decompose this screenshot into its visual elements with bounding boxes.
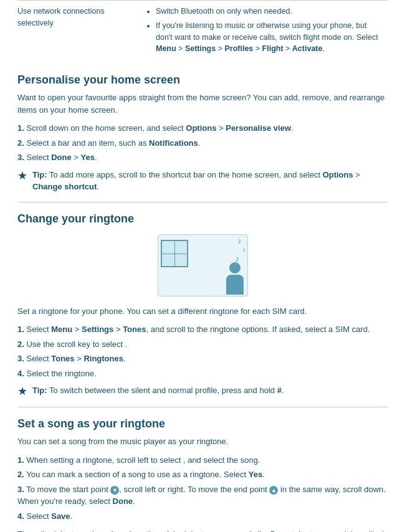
up-arrow-icon: ▲ (269, 486, 278, 495)
bullet2-period: . (322, 44, 324, 53)
ringtone-step-3: 3. Select Tones > Ringtones. (17, 353, 388, 365)
bullet-2: If you're listening to music or otherwis… (156, 20, 384, 55)
s-yes: Yes (249, 470, 262, 479)
s-step3-mid: , scroll left or right. To move the end … (119, 485, 269, 494)
divider-2 (17, 407, 388, 407)
rt-tones2: Tones (51, 354, 74, 363)
bullet2-flight: Flight (262, 44, 284, 53)
rt-step4-num: 4. (17, 369, 24, 378)
step2-before: Select a bar and an item, such as (26, 138, 149, 148)
bullet2-before: If you're listening to music or otherwis… (156, 21, 378, 42)
tip-hash: # (277, 386, 282, 395)
ringtone-section: Change your ringtone ♪ ♪ ♪ (17, 212, 388, 399)
person-body (226, 275, 244, 295)
ringtone-step-2: 2. Use the scroll key to select . (17, 338, 388, 351)
step3-yes: Yes (81, 153, 95, 162)
song-step-1: 1. When setting a ringtone, scroll left … (17, 454, 388, 467)
s-step4-before: Select (26, 511, 51, 521)
grid-line-v (174, 241, 175, 266)
tip-rt-after: . (282, 386, 284, 395)
step1-gt: > (216, 123, 226, 133)
s-step1-num: 1. (17, 455, 24, 465)
rt-step2-text: Use the scroll key to select . (26, 340, 127, 349)
tip-star-icon-2: ★ (17, 384, 27, 398)
step3-gt: > (72, 153, 81, 162)
bullet2-gt3: > (253, 44, 262, 53)
rt-step4-text: Select the ringtone. (26, 369, 96, 378)
network-bullets: Switch Bluetooth on only when needed. If… (146, 6, 384, 55)
bullet2-gt4: > (284, 44, 292, 53)
person-head (229, 262, 241, 273)
ringtone-tip: ★ Tip: To switch between the silent and … (17, 384, 388, 398)
divider-1 (17, 202, 388, 202)
tip-after-1: . (97, 182, 99, 191)
s-step4-after: . (70, 511, 73, 521)
bullet2-gt1: > (176, 44, 185, 53)
step2-notif: Notifications (149, 138, 198, 148)
bullet2-menu: Menu (156, 44, 176, 53)
person-graphic (226, 262, 244, 295)
ringtone-step-1: 1. Select Menu > Settings > Tones, and s… (17, 323, 388, 336)
step1-number: 1. (17, 123, 24, 133)
bullet2-settings: Settings (185, 44, 216, 53)
s-step2-num: 2. (17, 470, 24, 479)
personalise-section: Personalise your home screen Want to ope… (17, 74, 388, 193)
tip-label-1: Tip: (32, 170, 47, 179)
step1-options: Options (186, 123, 216, 133)
rt-step1-before: Select (26, 325, 51, 334)
song-ringtone-section: Set a song as your ringtone You can set … (17, 417, 388, 532)
step3-after: . (95, 153, 97, 162)
rt-step1-num: 1. (17, 325, 24, 334)
rt-ringtones: Ringtones (83, 354, 123, 363)
network-left-cell: Use network connections selectively (17, 1, 142, 63)
personalise-step-2: 2. Select a bar and an item, such as Not… (17, 137, 388, 150)
step1-before: Scroll down on the home screen, and sele… (26, 123, 186, 133)
personalise-step-1: 1. Scroll down on the home screen, and s… (17, 122, 388, 135)
s-save: Save (51, 511, 70, 521)
tip-star-icon: ★ (17, 169, 27, 183)
step3-before: Select (26, 153, 51, 162)
tip-rt-before: To switch between the silent and normal … (49, 386, 277, 395)
step3-number: 3. (17, 153, 24, 162)
network-table: Use network connections selectively Swit… (17, 0, 388, 62)
tip-gt: > (353, 170, 360, 179)
network-right-cell: Switch Bluetooth on only when needed. If… (142, 1, 388, 63)
grid-graphic (161, 240, 188, 267)
bullet-1: Switch Bluetooth on only when needed. (156, 6, 384, 17)
bullet2-activate: Activate (292, 44, 323, 53)
tip-options: Options (323, 170, 353, 179)
down-arrow-icon: ▼ (110, 486, 119, 495)
s-step3-num: 3. (17, 485, 24, 494)
step1-after: . (291, 123, 293, 133)
song-step-4: 4. Select Save. (17, 510, 388, 523)
song-step-2: 2. You can mark a section of a song to u… (17, 468, 388, 481)
personalise-tip: ★ Tip: To add more apps, scroll to the s… (17, 169, 388, 193)
ringtone-illustration: ♪ ♪ ♪ (17, 234, 388, 297)
rt-gt1: > (72, 325, 82, 334)
song-heading: Set a song as your ringtone (17, 417, 388, 430)
s-step3-before: To move the start point (26, 485, 110, 494)
personalise-step-3: 3. Select Done > Yes. (17, 151, 388, 164)
rt-step3-gt: > (75, 354, 84, 363)
ringtone-heading: Change your ringtone (17, 212, 388, 226)
ringtone-step-4: 4. Select the ringtone. (17, 368, 388, 380)
rt-step3-num: 3. (17, 354, 24, 363)
rt-tones: Tones (123, 325, 146, 334)
rt-menu: Menu (51, 325, 72, 334)
music-notes: ♪ ♪ ♪ (232, 236, 246, 265)
s-step2-before: You can mark a section of a song to use … (26, 470, 249, 479)
rt-step1-mid: , and scroll to the ringtone options. If… (146, 325, 369, 334)
step2-after: . (198, 138, 201, 148)
personalise-heading: Personalise your home screen (17, 74, 388, 87)
rt-step3-after: . (123, 354, 126, 363)
song-step-3: 3. To move the start point ▼, scroll lef… (17, 483, 388, 508)
rt-step3-before: Select (26, 354, 51, 363)
bullet2-gt2: > (216, 44, 224, 53)
tip-text-personalise: Tip: To add more apps, scroll to the sho… (32, 169, 388, 193)
rt-step2-num: 2. (17, 340, 24, 349)
illustration-box: ♪ ♪ ♪ (158, 234, 248, 297)
s-step1-text: When setting a ringtone, scroll left to … (26, 455, 260, 465)
s-step4-num: 4. (17, 511, 24, 521)
tip-label-2: Tip: (32, 386, 47, 395)
tip-text-ringtone: Tip: To switch between the silent and no… (32, 384, 284, 397)
